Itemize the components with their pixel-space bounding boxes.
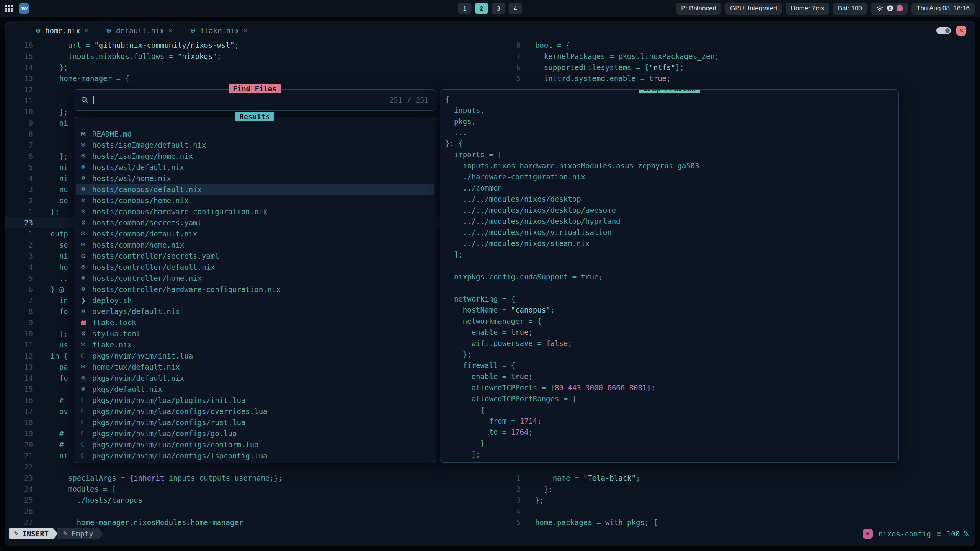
tab-close-icon[interactable]: × [243, 27, 247, 34]
status-chip: Home: 7ms [786, 3, 829, 15]
clock: Thu Aug 08, 18:16 [911, 3, 975, 15]
file-result[interactable]: MREADME.md [74, 128, 436, 139]
file-result[interactable]: ❄hosts/controller/home.nix [74, 272, 436, 284]
nix-file-icon: ❄ [79, 374, 87, 381]
file-result[interactable]: ❄hosts/common/default.nix [74, 228, 436, 239]
file-name: hosts/controller/hardware-configuration.… [92, 285, 281, 293]
logo-badge[interactable]: JW [19, 3, 29, 14]
code-text: home-manager = { [51, 73, 129, 84]
lines-icon: ≡ [937, 530, 941, 538]
file-result[interactable]: ❄hosts/controller/hardware-configuration… [74, 284, 436, 295]
code-text: outp [51, 228, 68, 240]
tabs-group: ❄home.nix×❄default.nix×❄flake.nix× [35, 26, 247, 35]
nix-file-icon: ❄ [79, 363, 87, 370]
workspace-button-2[interactable]: 2 [475, 3, 488, 14]
file-result[interactable]: ❄hosts/isoImage/home.nix [74, 150, 436, 161]
app-launcher-icon[interactable] [5, 5, 13, 12]
system-tray[interactable]: 0 [871, 3, 908, 15]
line-number: 10 [5, 106, 33, 117]
line-number: 16 [5, 395, 33, 406]
preview-code-line: ../../modules/nixos/desktop [445, 195, 898, 206]
file-name: pkgs/nvim/nvim/lua/plugins/init.lua [92, 396, 245, 404]
status-chip: GPU: Integrated [725, 3, 782, 15]
file-result[interactable]: ❄pkgs/default.nix [74, 383, 436, 395]
preview-code-line: ... [445, 128, 898, 139]
file-result[interactable]: ❄hosts/wsl/home.nix [74, 173, 436, 184]
file-result[interactable]: ⚙stylua.toml [74, 328, 436, 339]
file-result[interactable]: ❄flake.nix [74, 339, 436, 350]
lua-file-icon: ☾ [79, 441, 87, 448]
workspace-button-3[interactable]: 3 [492, 3, 505, 14]
file-result[interactable]: ☾pkgs/nvim/nvim/lua/configs/overrides.lu… [74, 406, 436, 417]
file-result[interactable]: flake.lock [74, 317, 436, 328]
tab-close-icon[interactable]: × [85, 27, 88, 34]
line-number: 3 [5, 184, 33, 195]
line-number: 27 [5, 517, 33, 528]
file-result[interactable]: ❄pkgs/nvim/default.nix [74, 372, 436, 383]
nix-file-icon: ❄ [79, 186, 87, 193]
code-line: 8 boot = { [480, 40, 974, 51]
code-text: }; [51, 62, 68, 73]
line-number: 7 [5, 140, 33, 151]
preview-code-line: imports = [ [445, 150, 898, 161]
file-name: hosts/controller/default.nix [92, 263, 215, 271]
tab-home.nix[interactable]: ❄home.nix× [35, 26, 88, 35]
preview-code-line: ../../modules/nixos/desktop/awesome [445, 206, 898, 217]
tab-flake.nix[interactable]: ❄flake.nix× [190, 26, 247, 35]
preview-code-line: inputs.nixos-hardware.nixosModules.asus-… [445, 161, 898, 173]
file-result[interactable]: ⚙hosts/controller/secrets.yaml [74, 250, 436, 261]
line-number: 5 [5, 162, 33, 173]
file-name: hosts/canopus/home.nix [92, 196, 189, 205]
file-result[interactable]: ❯deploy.sh [74, 295, 436, 306]
line-number: 24 [5, 484, 33, 495]
window-close-button[interactable]: ✕ [956, 26, 966, 36]
line-number: 21 [5, 450, 33, 461]
nix-icon: ❄ [106, 27, 112, 35]
file-name: pkgs/nvim/nvim/lua/configs/overrides.lua [92, 407, 268, 416]
file-result[interactable]: ☾pkgs/nvim/nvim/init.lua [74, 350, 436, 361]
line-number: 18 [5, 417, 33, 428]
workspace-button-1[interactable]: 1 [458, 3, 472, 14]
file-result[interactable]: ☾pkgs/nvim/nvim/lua/configs/go.lua [74, 428, 436, 439]
terminal-window: ❄home.nix×❄default.nix×❄flake.nix× ✕ 16 … [5, 21, 975, 546]
tab-close-icon[interactable]: × [168, 27, 172, 34]
preview-code-line: { [445, 95, 898, 106]
tab-default.nix[interactable]: ❄default.nix× [106, 26, 172, 35]
code-text: in [51, 295, 68, 306]
code-line: 6 supportedFilesystems = ["ntfs"]; [480, 62, 974, 73]
line-number: 2 [5, 195, 33, 206]
code-text: so [51, 195, 68, 206]
file-result[interactable]: ☾pkgs/nvim/nvim/lua/configs/conform.lua [74, 439, 436, 450]
tab-label: home.nix [45, 26, 80, 35]
code-line: 5 initrd.systemd.enable = true; [480, 73, 974, 84]
file-result[interactable]: ❄hosts/common/home.nix [74, 239, 436, 250]
code-text: home-manager.nixosModules.home-manager [51, 517, 243, 528]
line-number: 13 [5, 73, 33, 84]
editor-right-pane-top[interactable]: 8 boot = {7 kernelPackages = pkgs.linuxP… [480, 40, 974, 84]
lua-file-icon: ☾ [79, 352, 87, 359]
file-result[interactable]: ⚙hosts/common/secrets.yaml [74, 217, 436, 228]
file-result[interactable]: ❄hosts/isoImage/default.nix [74, 139, 436, 150]
code-text: }; [526, 495, 544, 506]
file-result[interactable]: ❄hosts/canopus/hardware-configuration.ni… [74, 206, 436, 217]
file-result[interactable]: ☾pkgs/nvim/nvim/lua/configs/lspconfig.lu… [74, 450, 436, 461]
file-result[interactable]: ❄hosts/controller/default.nix [74, 261, 436, 272]
line-number: 8 [5, 129, 33, 140]
file-name: hosts/common/home.nix [92, 241, 184, 249]
file-result[interactable]: ❄hosts/canopus/home.nix [74, 195, 436, 206]
file-result[interactable]: ❄overlays/default.nix [74, 306, 436, 317]
file-result[interactable]: ❄home/tux/default.nix [74, 361, 436, 372]
file-result[interactable]: ☾pkgs/nvim/nvim/lua/plugins/init.lua [74, 395, 436, 406]
code-line: 26 [5, 506, 480, 517]
file-result[interactable]: ❄hosts/wsl/default.nix [74, 161, 436, 173]
workspace-button-4[interactable]: 4 [509, 3, 522, 14]
file-result[interactable]: ☾pkgs/nvim/nvim/lua/configs/rust.lua [74, 417, 436, 428]
file-result[interactable]: ❄hosts/canopus/default.nix [76, 184, 434, 195]
topbar-right-group: P: BalancedGPU: IntegratedHome: 7msBat: … [676, 3, 975, 15]
editor-right-pane-bottom[interactable]: 1 name = "Tela-black";2 };3 };45 home.pa… [480, 473, 974, 528]
line-number: 19 [5, 428, 33, 439]
file-name: pkgs/nvim/default.nix [92, 374, 184, 382]
code-line: 7 kernelPackages = pkgs.linuxPackages_ze… [480, 51, 974, 62]
file-name: hosts/common/secrets.yaml [92, 218, 202, 227]
toggle-pill[interactable] [936, 27, 951, 34]
